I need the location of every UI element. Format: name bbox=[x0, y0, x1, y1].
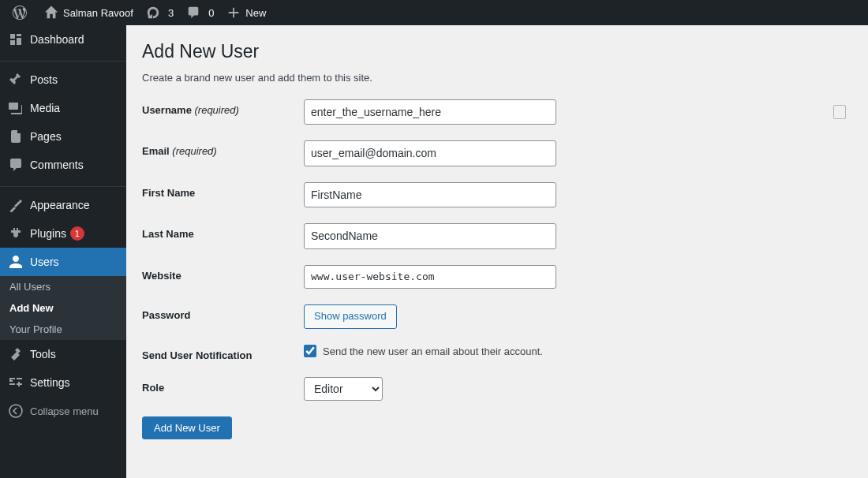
media-icon bbox=[8, 100, 24, 116]
menu-settings[interactable]: Settings bbox=[0, 368, 126, 397]
submenu-your-profile[interactable]: Your Profile bbox=[0, 319, 126, 340]
home-icon bbox=[44, 6, 58, 20]
menu-appearance[interactable]: Appearance bbox=[0, 191, 126, 219]
role-select[interactable]: Editor bbox=[304, 377, 383, 401]
menu-dashboard[interactable]: Dashboard bbox=[0, 25, 126, 54]
firstname-label: First Name bbox=[142, 182, 304, 199]
notification-label: Send User Notification bbox=[142, 345, 304, 361]
menu-media[interactable]: Media bbox=[0, 94, 126, 122]
menu-pages[interactable]: Pages bbox=[0, 122, 126, 151]
pin-icon bbox=[8, 72, 24, 88]
comments-link[interactable]: 0 bbox=[180, 0, 220, 25]
admin-sidebar: Dashboard Posts Media Pages Comments App… bbox=[0, 25, 126, 478]
add-user-button[interactable]: Add New User bbox=[142, 416, 232, 439]
password-label: Password bbox=[142, 304, 304, 321]
page-subtitle: Create a brand new user and add them to … bbox=[142, 72, 852, 84]
updates-link[interactable]: 3 bbox=[140, 0, 180, 25]
plugins-update-badge: 1 bbox=[70, 226, 84, 241]
website-input[interactable] bbox=[304, 265, 556, 289]
username-input[interactable] bbox=[304, 99, 556, 125]
menu-users[interactable]: Users bbox=[0, 248, 126, 276]
settings-icon bbox=[8, 375, 24, 390]
updates-count: 3 bbox=[168, 7, 174, 19]
page-icon bbox=[8, 129, 24, 144]
menu-comments[interactable]: Comments bbox=[0, 151, 126, 179]
menu-separator bbox=[0, 183, 126, 187]
website-label: Website bbox=[142, 265, 304, 282]
update-icon bbox=[146, 6, 160, 20]
tools-icon bbox=[8, 346, 24, 362]
collapse-menu[interactable]: Collapse menu bbox=[0, 397, 126, 425]
add-user-form: Username (required) Email (required) Fir… bbox=[142, 99, 852, 439]
appearance-icon bbox=[8, 197, 24, 213]
site-name: Salman Ravoof bbox=[63, 7, 133, 19]
wordpress-icon bbox=[13, 6, 27, 20]
show-password-button[interactable]: Show password bbox=[304, 304, 397, 329]
plus-icon bbox=[226, 6, 241, 20]
wp-logo[interactable] bbox=[6, 0, 38, 25]
menu-tools[interactable]: Tools bbox=[0, 340, 126, 368]
svg-point-0 bbox=[9, 405, 22, 417]
page-title: Add New User bbox=[142, 41, 852, 62]
users-icon bbox=[8, 254, 24, 270]
notification-checkbox[interactable] bbox=[304, 345, 316, 357]
new-label: New bbox=[245, 7, 266, 19]
admin-bar: Salman Ravoof 3 0 New bbox=[0, 0, 868, 25]
submenu-add-new[interactable]: Add New bbox=[0, 297, 126, 319]
lastname-label: Last Name bbox=[142, 223, 304, 240]
comments-count: 0 bbox=[208, 7, 214, 19]
dashboard-icon bbox=[8, 32, 24, 47]
notification-text: Send the new user an email about their a… bbox=[323, 345, 543, 357]
content-area: Add New User Create a brand new user and… bbox=[126, 25, 868, 478]
collapse-icon bbox=[8, 403, 24, 419]
site-name-link[interactable]: Salman Ravoof bbox=[38, 0, 140, 25]
menu-separator bbox=[0, 58, 126, 62]
firstname-input[interactable] bbox=[304, 182, 556, 207]
menu-plugins[interactable]: Plugins 1 bbox=[0, 219, 126, 248]
users-submenu: All Users Add New Your Profile bbox=[0, 276, 126, 340]
menu-posts[interactable]: Posts bbox=[0, 65, 126, 94]
comment-icon bbox=[186, 6, 200, 20]
email-input[interactable] bbox=[304, 140, 556, 166]
email-label: Email (required) bbox=[142, 140, 304, 157]
lastname-input[interactable] bbox=[304, 223, 556, 248]
new-content-link[interactable]: New bbox=[220, 0, 272, 25]
comment-icon bbox=[8, 157, 24, 173]
username-label: Username (required) bbox=[142, 99, 304, 116]
role-label: Role bbox=[142, 377, 304, 394]
plugin-icon bbox=[8, 226, 24, 241]
submenu-all-users[interactable]: All Users bbox=[0, 276, 126, 297]
